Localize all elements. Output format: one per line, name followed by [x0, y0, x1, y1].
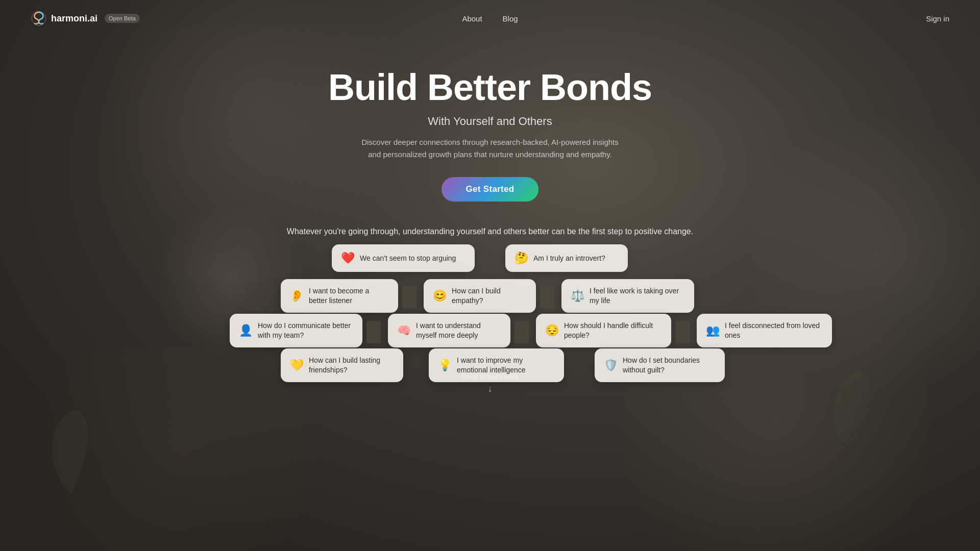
card-boundaries[interactable]: 🛡️ How do I set boundaries without guilt… [595, 348, 725, 382]
hero-subtitle: With Yourself and Others [428, 115, 552, 128]
scroll-text: Scroll to learn more [461, 373, 519, 381]
page: harmoni.ai Open Beta About Blog Sign in … [0, 0, 980, 551]
divider-3 [366, 321, 381, 343]
about-link[interactable]: About [462, 14, 482, 23]
card-communicate[interactable]: 👤 How do I communicate better with my te… [230, 314, 362, 347]
empathy-text: How can I build empathy? [452, 286, 527, 306]
logo-text: harmoni.ai [51, 13, 97, 24]
listener-text: I want to become a better listener [309, 286, 389, 306]
friendships-emoji: 💛 [290, 359, 304, 372]
work-emoji: ⚖️ [571, 289, 584, 303]
empathy-emoji: 😊 [433, 289, 447, 303]
card-work[interactable]: ⚖️ I feel like work is taking over my li… [561, 279, 694, 313]
communicate-text: How do I communicate better with my team… [258, 321, 353, 340]
logo: harmoni.ai Open Beta [31, 10, 140, 27]
logo-icon [31, 10, 47, 27]
navbar: harmoni.ai Open Beta About Blog Sign in [0, 0, 980, 37]
card-introvert[interactable]: 🤔 Am I truly an introvert? [505, 244, 628, 272]
arguing-emoji: ❤️ [341, 252, 355, 265]
cards-container: ❤️ We can't seem to stop arguing 🤔 Am I … [281, 244, 699, 367]
divider-1 [402, 286, 416, 309]
disconnected-text: I feel disconnected from loved ones [725, 321, 823, 340]
hero-section: Build Better Bonds With Yourself and Oth… [328, 67, 652, 202]
card-listener[interactable]: 👂 I want to become a better listener [281, 279, 398, 313]
nav-links: About Blog [462, 14, 518, 23]
get-started-button[interactable]: Get Started [442, 177, 539, 202]
hero-description: Discover deeper connections through rese… [357, 136, 623, 161]
divider-5 [675, 321, 690, 343]
arguing-text: We can't seem to stop arguing [360, 254, 456, 263]
understand-emoji: 🧠 [397, 324, 411, 337]
card-arguing[interactable]: ❤️ We can't seem to stop arguing [332, 244, 475, 272]
card-disconnected[interactable]: 👥 I feel disconnected from loved ones [697, 314, 832, 347]
introvert-text: Am I truly an introvert? [533, 254, 605, 263]
cards-area: ❤️ We can't seem to stop arguing 🤔 Am I … [0, 244, 980, 367]
hero-title: Build Better Bonds [328, 67, 652, 108]
work-text: I feel like work is taking over my life [590, 286, 685, 306]
card-difficult[interactable]: 😔 How should I handle difficult people? [536, 314, 671, 347]
card-empathy[interactable]: 😊 How can I build empathy? [424, 279, 536, 313]
card-understand[interactable]: 🧠 I want to understand myself more deepl… [388, 314, 510, 347]
boundaries-emoji: 🛡️ [604, 359, 618, 372]
divider-4 [514, 321, 529, 343]
scroll-arrow-icon: ↓ [488, 384, 493, 394]
divider-2 [540, 286, 554, 309]
communicate-emoji: 👤 [239, 324, 253, 337]
listener-emoji: 👂 [290, 289, 304, 303]
tagline: Whatever you're going through, understan… [266, 227, 714, 236]
difficult-text: How should I handle difficult people? [564, 321, 662, 340]
difficult-emoji: 😔 [545, 324, 559, 337]
card-friendships[interactable]: 💛 How can I build lasting friendships? [281, 348, 403, 382]
open-beta-badge: Open Beta [105, 14, 140, 23]
blog-link[interactable]: Blog [503, 14, 518, 23]
scroll-hint: Scroll to learn more ↓ [461, 373, 519, 394]
sign-in-button[interactable]: Sign in [926, 14, 949, 23]
emotional-text: I want to improve my emotional intellige… [457, 356, 555, 375]
emotional-emoji: 💡 [438, 359, 452, 372]
understand-text: I want to understand myself more deeply [416, 321, 501, 340]
introvert-emoji: 🤔 [514, 252, 528, 265]
disconnected-emoji: 👥 [706, 324, 720, 337]
boundaries-text: How do I set boundaries without guilt? [623, 356, 716, 375]
friendships-text: How can I build lasting friendships? [309, 356, 394, 375]
